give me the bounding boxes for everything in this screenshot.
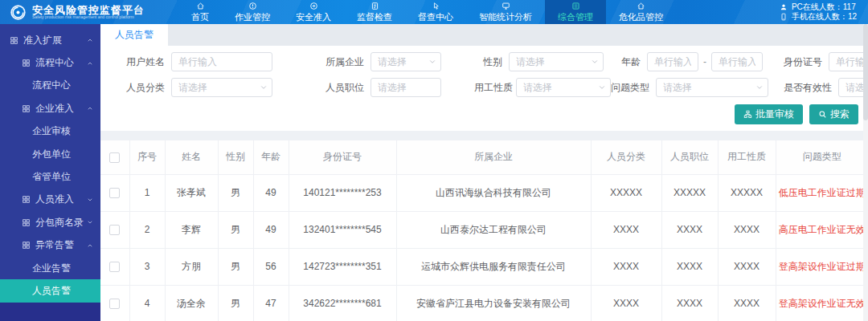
filter-field-2: 性别请选择	[474, 52, 611, 71]
sidebar-item-7[interactable]: 人员准入	[0, 189, 100, 211]
nav-item-7[interactable]: 危化品管控	[606, 0, 676, 24]
tab-bar: 人员告警	[100, 24, 868, 46]
row-checkbox[interactable]	[109, 188, 120, 198]
tab-personnel-alert[interactable]: 人员告警	[100, 24, 168, 46]
filter-field-7: 用工性质请选择	[474, 78, 611, 97]
filter-label: 年龄	[611, 55, 641, 69]
cell-category: XXXXX	[591, 174, 661, 211]
column-header: 所属企业	[396, 140, 591, 174]
chevron-up-icon	[87, 242, 93, 249]
nav-item-1[interactable]: 作业管控	[222, 0, 283, 24]
cell-position: XXXXX	[661, 174, 718, 211]
row-checkbox[interactable]	[109, 299, 120, 309]
nav-item-3[interactable]: 监督检查	[344, 0, 405, 24]
nav-item-5[interactable]: 智能统计分析	[466, 0, 545, 24]
grid-icon	[22, 218, 31, 227]
sidebar-item-0[interactable]: 准入扩展	[0, 29, 100, 51]
nav-item-label: 首页	[191, 11, 209, 23]
sidebar-menu: 准入扩展流程中心流程中心企业准入企业审核外包单位省管单位人员准入分包商名录异常告…	[0, 24, 100, 321]
sidebar-item-4[interactable]: 企业审核	[0, 120, 100, 143]
row-checkbox[interactable]	[109, 225, 120, 235]
nav-item-label: 督查中心	[418, 11, 453, 23]
cell-category: XXXX	[591, 211, 661, 248]
chevron-up-icon	[87, 60, 93, 67]
sidebar-item-11[interactable]: 人员告警	[0, 279, 100, 302]
panel-gap	[100, 131, 868, 140]
sidebar-item-6[interactable]: 省管单位	[0, 165, 100, 188]
filter-input[interactable]	[171, 52, 272, 71]
filter-select[interactable]: 请选择	[371, 52, 441, 71]
online-stat-1: 手机在线人数：12	[780, 13, 857, 21]
filter-input-min[interactable]	[647, 52, 698, 71]
chevron-up-icon	[87, 105, 93, 112]
grid-icon	[22, 241, 31, 250]
list-icon	[571, 2, 580, 10]
scrollbar-thumb[interactable]	[863, 24, 868, 120]
column-header: 人员分类	[591, 140, 661, 174]
sidebar-item-label: 分包商名录	[35, 216, 84, 230]
brand-text: 安全风险管控监督平台 Safety production risk manage…	[32, 5, 152, 20]
nav-item-6[interactable]: 综合管理	[545, 0, 606, 24]
filter-field-4: 身份证号	[784, 52, 868, 71]
sidebar-footer	[0, 303, 100, 321]
filter-select[interactable]: 请选择	[171, 78, 272, 97]
column-header: 问题类型	[776, 140, 868, 174]
cell-seq: 4	[129, 285, 165, 321]
filter-input[interactable]	[829, 52, 868, 71]
cell-name: 汤全余	[165, 285, 218, 321]
batch-audit-button[interactable]: 批量审核	[735, 104, 803, 124]
cell-employment: XXXXX	[718, 174, 776, 211]
person-icon	[780, 3, 788, 11]
filter-label: 人员分类	[108, 81, 165, 95]
sidebar-item-label: 企业审核	[32, 124, 71, 138]
sidebar-item-label: 流程中心	[32, 79, 71, 92]
select-all-checkbox[interactable]	[109, 152, 120, 163]
sidebar-item-1[interactable]: 流程中心	[0, 51, 100, 74]
top-header: 安全风险管控监督平台 Safety production risk manage…	[0, 0, 868, 24]
nav-item-2[interactable]: 安全准入	[283, 0, 344, 24]
filter-select[interactable]: 请选择	[656, 78, 768, 97]
nav-item-label: 监督检查	[357, 11, 392, 23]
sidebar-item-5[interactable]: 外包单位	[0, 143, 100, 165]
filter-select[interactable]: 请选择	[509, 52, 604, 71]
row-checkbox[interactable]	[109, 262, 120, 272]
row-checkbox-cell	[100, 211, 129, 248]
online-stat-label: 手机在线人数：12	[792, 13, 857, 21]
filter-label: 所属企业	[326, 55, 364, 69]
nav-item-label: 综合管理	[558, 11, 593, 23]
search-button[interactable]: 搜索	[809, 104, 858, 124]
column-header: 性别	[218, 140, 253, 174]
top-nav: 首页作业管控安全准入监督检查督查中心智能统计分析综合管理危化品管控	[178, 0, 780, 24]
sidebar-item-label: 流程中心	[35, 56, 74, 70]
cell-problem: 高压电工作业证无效	[776, 211, 868, 248]
filter-label: 身份证号	[784, 55, 822, 69]
batch-audit-icon	[743, 110, 752, 119]
scrollbar[interactable]	[863, 24, 868, 321]
row-checkbox-cell	[100, 248, 129, 285]
sidebar-item-2[interactable]: 流程中心	[0, 75, 100, 97]
filter-input[interactable]	[371, 78, 441, 97]
cell-gender: 男	[218, 211, 253, 248]
filter-select[interactable]: 请选择	[516, 78, 611, 97]
filter-label: 用户姓名	[108, 55, 165, 69]
cell-company: 山西讯海纵合科技有限公司	[396, 174, 591, 211]
filter-panel: 用户姓名所属企业请选择性别请选择年龄-身份证号人员分类请选择人员职位用工性质请选…	[100, 46, 868, 131]
filter-input-max[interactable]	[711, 52, 763, 71]
pointer-icon	[432, 2, 440, 10]
nav-item-0[interactable]: 首页	[178, 0, 222, 24]
age-range: -	[647, 52, 763, 71]
filter-field-9: 是否有效性请选择	[784, 78, 868, 97]
sidebar-item-8[interactable]: 分包商名录	[0, 211, 100, 234]
grid-icon	[10, 36, 18, 45]
cell-seq: 2	[129, 211, 165, 248]
chevron-up-icon	[87, 37, 93, 43]
sidebar-item-3[interactable]: 企业准入	[0, 97, 100, 120]
sidebar-item-9[interactable]: 异常告警	[0, 234, 100, 257]
row-checkbox-cell	[100, 285, 129, 321]
sidebar-item-10[interactable]: 企业告警	[0, 257, 100, 279]
filter-label: 人员职位	[326, 81, 364, 95]
cell-category: XXXX	[591, 285, 661, 321]
document-icon	[371, 2, 379, 10]
cell-age: 49	[253, 211, 289, 248]
nav-item-4[interactable]: 督查中心	[405, 0, 466, 24]
